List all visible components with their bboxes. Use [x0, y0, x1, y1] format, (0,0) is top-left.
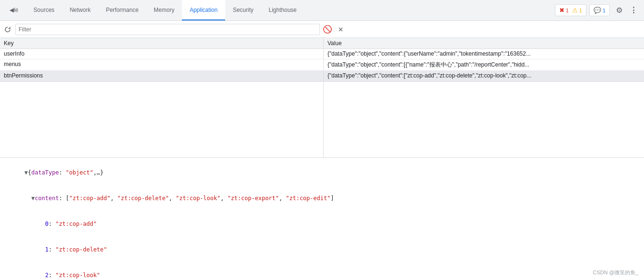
more-options-button[interactable]: ⋮ [627, 4, 640, 17]
key-column-header: Key [0, 38, 324, 48]
tab-security[interactable]: Security [225, 0, 261, 20]
table-row[interactable]: btnPermissions {"dataType":"object","con… [0, 71, 644, 81]
table-row[interactable]: userInfo {"dataType":"object","content":… [0, 49, 644, 59]
refresh-button[interactable] [2, 24, 13, 35]
filter-bar: 🚫 ✕ [0, 21, 644, 38]
message-icon: 💬 [594, 7, 601, 14]
messages-badge[interactable]: 💬 1 [589, 4, 610, 16]
refresh-icon [4, 26, 11, 33]
json-line-3: 0: "zt:cop-add" [4, 211, 640, 237]
tab-network[interactable]: Network [62, 0, 98, 20]
expand-arrow[interactable]: ▼ [24, 169, 28, 176]
expand-arrow-content[interactable]: ▼ [31, 195, 35, 202]
json-line-2: ▼content: ["zt:cop-add", "zt:cop-delete"… [4, 185, 640, 211]
error-icon: ✖ [559, 7, 565, 14]
settings-button[interactable]: ⚙ [613, 4, 626, 17]
watermark: CSDN @微笑的鱼_ [593, 269, 638, 276]
errors-warnings-badge[interactable]: ✖ 1 ⚠ 1 [555, 4, 586, 16]
row-value: {"dataType":"object","content":[{"name":… [324, 59, 644, 70]
row-key: userInfo [0, 49, 324, 59]
tab-sources[interactable]: Sources [26, 0, 62, 20]
table-empty-area [0, 82, 644, 158]
tab-application[interactable]: Application [182, 0, 225, 20]
row-key: menus [0, 59, 324, 70]
warning-icon: ⚠ [572, 7, 578, 14]
table-row[interactable]: menus {"dataType":"object","content":[{"… [0, 59, 644, 71]
value-column-header: Value [324, 38, 644, 48]
tab-lighthouse[interactable]: Lighthouse [261, 0, 305, 20]
row-value: {"dataType":"object","content":{"userNam… [324, 49, 644, 59]
filter-input[interactable] [15, 24, 320, 35]
tab-bar-actions: ✖ 1 ⚠ 1 💬 1 ⚙ ⋮ [555, 0, 644, 20]
json-line-5: 2: "zt:cop-look" [4, 262, 640, 280]
json-line-1: ▼{dataType: "object",…} [4, 160, 640, 185]
tab-performance[interactable]: Performance [98, 0, 146, 20]
json-preview: ▼{dataType: "object",…} ▼content: ["zt:c… [0, 158, 644, 280]
storage-table: Key Value userInfo {"dataType":"object",… [0, 38, 644, 82]
tab-elements[interactable]: ◀le [2, 0, 26, 20]
tab-memory[interactable]: Memory [146, 0, 182, 20]
tab-bar: ◀le Sources Network Performance Memory A… [0, 0, 644, 21]
json-line-4: 1: "zt:cop-delete" [4, 237, 640, 262]
block-icon[interactable]: 🚫 [322, 24, 333, 35]
row-key: btnPermissions [0, 71, 324, 81]
table-header: Key Value [0, 38, 644, 49]
clear-filter-button[interactable]: ✕ [335, 24, 347, 35]
row-value: {"dataType":"object","content":["zt:cop-… [324, 71, 644, 81]
